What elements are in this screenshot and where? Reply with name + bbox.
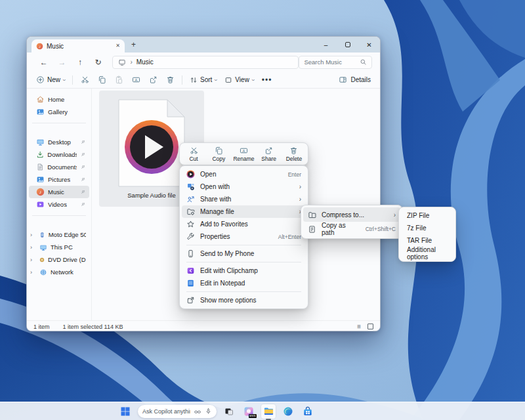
- wrench-icon: [186, 232, 195, 241]
- submenu-item-compress-to[interactable]: Compress to... ›: [303, 207, 400, 222]
- videos-icon: [36, 200, 45, 209]
- details-label: Details: [350, 76, 371, 83]
- window-controls: – ✕: [315, 37, 380, 52]
- list-view-toggle[interactable]: ≡: [357, 323, 361, 330]
- copilot-search-input[interactable]: Ask Copilot anything: [138, 405, 217, 418]
- documents-icon: [36, 163, 44, 171]
- toolbar-divider: [182, 75, 182, 85]
- up-button[interactable]: ↑: [71, 58, 89, 67]
- chevron-right-icon[interactable]: ›: [30, 257, 36, 263]
- compress-icon: [308, 211, 316, 219]
- menu-divider: [186, 245, 301, 245]
- microphone-icon[interactable]: [205, 408, 212, 415]
- menu-item-open-with[interactable]: Open with ›: [182, 180, 306, 193]
- shortcut-label: Enter: [288, 171, 301, 178]
- submenu-item-additional-options[interactable]: Additional options: [401, 247, 453, 259]
- sidebar-item-network[interactable]: › Network: [29, 266, 89, 278]
- delete-action[interactable]: Delete: [282, 144, 306, 163]
- rename-action[interactable]: Rename: [231, 144, 256, 163]
- menu-item-properties[interactable]: Properties Alt+Enter: [182, 230, 306, 243]
- share-action[interactable]: Share: [257, 144, 282, 163]
- search-input[interactable]: Search Music: [299, 56, 372, 69]
- sidebar-item-videos[interactable]: Videos: [29, 198, 89, 211]
- view-label: View: [235, 76, 249, 83]
- view-icon: [224, 76, 232, 84]
- edge-browser-button[interactable]: [281, 404, 295, 419]
- menu-item-share-with[interactable]: Share with ›: [182, 193, 306, 205]
- new-button[interactable]: New ›: [32, 74, 69, 86]
- paste-button[interactable]: [110, 75, 127, 84]
- minimize-button[interactable]: –: [315, 37, 337, 52]
- new-tab-button[interactable]: +: [131, 41, 136, 49]
- menu-item-edit-notepad[interactable]: Edit in Notepad: [182, 277, 306, 289]
- menu-item-send-to-phone[interactable]: Send to My Phone: [182, 247, 306, 260]
- menu-item-edit-clipchamp[interactable]: Edit with Clipchamp: [182, 264, 306, 277]
- manage-file-icon: [186, 207, 195, 216]
- tab-close-icon[interactable]: ✕: [116, 43, 120, 49]
- start-button[interactable]: [118, 404, 133, 419]
- pin-icon: [80, 189, 86, 195]
- menu-item-manage-file[interactable]: Manage file ›: [182, 205, 306, 218]
- cut-action[interactable]: Cut: [181, 144, 206, 163]
- sidebar-item-home[interactable]: Home: [29, 93, 89, 106]
- sidebar-item-this-pc[interactable]: › This PC: [29, 241, 89, 253]
- sidebar-item-music[interactable]: Music: [29, 186, 89, 198]
- menu-item-show-more-options[interactable]: Show more options: [182, 294, 306, 306]
- back-button[interactable]: ←: [35, 58, 53, 67]
- copy-button[interactable]: [93, 75, 110, 84]
- more-options-button[interactable]: •••: [258, 75, 276, 85]
- chevron-down-icon: ›: [249, 79, 256, 81]
- details-pane-button[interactable]: Details: [335, 74, 375, 86]
- close-button[interactable]: ✕: [358, 37, 380, 52]
- menu-item-add-to-favorites[interactable]: Add to Favorites: [182, 218, 306, 230]
- menu-divider: [186, 291, 301, 292]
- submenu-item-7z-file[interactable]: 7z File: [401, 222, 453, 234]
- share-button[interactable]: [144, 75, 161, 84]
- sidebar-divider: [32, 215, 86, 216]
- sidebar-item-desktop[interactable]: Desktop: [29, 136, 89, 148]
- network-icon: [39, 268, 47, 276]
- sidebar-item-phone[interactable]: › Moto Edge 50 Neo: [29, 228, 89, 241]
- file-name-label: Sample Audio file: [127, 192, 175, 199]
- view-button[interactable]: View ›: [220, 74, 258, 86]
- address-bar[interactable]: › Music: [112, 56, 299, 69]
- msn-app-button[interactable]: MSN: [242, 404, 256, 419]
- navigation-bar: ← → ↑ ↻ › Music Search Music: [27, 52, 380, 72]
- microsoft-store-button[interactable]: [301, 404, 315, 419]
- music-app-icon: [36, 43, 43, 50]
- msn-badge: MSN: [249, 414, 257, 418]
- refresh-button[interactable]: ↻: [89, 58, 108, 67]
- file-explorer-button[interactable]: [261, 404, 276, 419]
- icons-view-toggle[interactable]: [368, 324, 373, 329]
- copy-path-icon: [308, 225, 316, 234]
- submenu-item-zip-file[interactable]: ZIP File: [401, 209, 453, 222]
- copilot-vision-icon: [194, 408, 201, 415]
- submenu-item-copy-as-path[interactable]: Copy as path Ctrl+Shift+C: [303, 222, 400, 236]
- sidebar-item-documents[interactable]: Documents: [29, 161, 89, 173]
- submenu-item-tar-file[interactable]: TAR File: [401, 234, 453, 247]
- sort-button[interactable]: Sort ›: [186, 74, 220, 86]
- sidebar-item-downloads[interactable]: Downloads: [29, 148, 89, 161]
- tab-music[interactable]: Music ✕: [32, 39, 125, 52]
- pictures-icon: [36, 175, 45, 184]
- context-menu: Open Enter Open with › Share with › Mana…: [179, 165, 308, 309]
- copy-icon: [215, 146, 223, 155]
- rename-button[interactable]: [127, 75, 144, 84]
- chevron-right-icon[interactable]: ›: [30, 269, 36, 276]
- sidebar-item-gallery[interactable]: Gallery: [29, 106, 89, 118]
- forward-button[interactable]: →: [53, 58, 72, 67]
- sidebar-item-pictures[interactable]: Pictures: [29, 173, 89, 186]
- sidebar-item-dvd-drive[interactable]: › DVD Drive (D:) CCC: [29, 253, 89, 266]
- compress-to-submenu: ZIP File 7z File TAR File Additional opt…: [398, 207, 456, 262]
- copy-action[interactable]: Copy: [206, 144, 231, 163]
- cut-button[interactable]: [76, 75, 93, 84]
- menu-item-open[interactable]: Open Enter: [182, 168, 306, 180]
- breadcrumb-separator: ›: [130, 58, 132, 66]
- desktop: ♪ A: [0, 0, 525, 420]
- chevron-right-icon[interactable]: ›: [30, 244, 36, 251]
- maximize-button[interactable]: [337, 37, 358, 52]
- delete-button[interactable]: [161, 75, 178, 84]
- open-with-icon: [186, 182, 195, 191]
- chevron-right-icon[interactable]: ›: [30, 232, 36, 238]
- task-view-button[interactable]: [222, 404, 236, 419]
